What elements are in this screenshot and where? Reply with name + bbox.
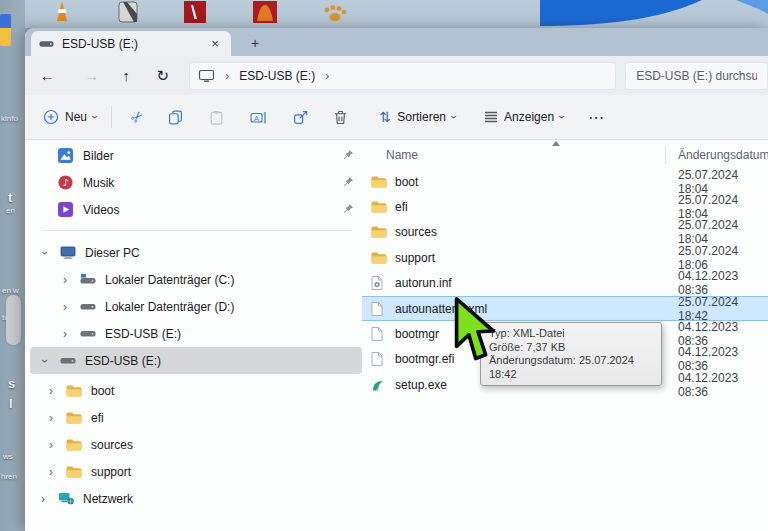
column-header-modified[interactable]: Änderungsdatum [678, 148, 768, 162]
sidebar-item-sources[interactable]: › sources [30, 431, 362, 458]
chevron-expanded-icon[interactable]: › [38, 246, 52, 260]
document-icon [371, 352, 387, 366]
column-header-name[interactable]: Name [362, 148, 418, 162]
address-bar: ← → ↑ ↻ › ESD-USB (E:) › [25, 56, 768, 95]
sidebar-item-label: efi [91, 411, 104, 425]
file-name: boot [395, 175, 418, 189]
copy-icon[interactable] [168, 110, 183, 125]
svg-text:♪: ♪ [62, 177, 68, 188]
file-row-autounattend-xml[interactable]: autounattend.xml 25.07.2024 18:42 [362, 296, 768, 321]
file-name: bootmgr.efi [395, 352, 454, 366]
drive-icon [80, 326, 97, 342]
sidebar-item-efi[interactable]: › efi [30, 404, 362, 431]
chevron-expanded-icon[interactable]: › [38, 354, 52, 368]
desktop-left-strip: kinfo t en en w tein s l ws hren [0, 0, 25, 531]
desktop-icon-label: hren [1, 472, 17, 481]
sort-button-label: Sortieren [397, 110, 446, 124]
tab-title: ESD-USB (E:) [62, 37, 138, 51]
folder-icon [66, 410, 83, 426]
vlc-icon[interactable] [54, 1, 70, 23]
pin-icon [343, 176, 354, 190]
sidebar-item-dieser-pc[interactable]: › Dieser PC [30, 239, 362, 266]
chevron-collapsed-icon[interactable]: › [58, 273, 72, 287]
navigation-pane: Bilder ♪ Musik [30, 142, 362, 512]
file-row-efi[interactable]: efi 25.07.2024 18:04 [362, 194, 768, 219]
chevron-collapsed-icon[interactable]: › [44, 438, 58, 452]
file-name: autorun.inf [395, 276, 452, 290]
file-row-boot[interactable]: boot 25.07.2024 18:04 [362, 169, 768, 194]
rename-icon[interactable]: A [250, 110, 267, 125]
file-modified-date: 04.12.2023 08:36 [678, 320, 768, 348]
sort-button[interactable]: ⇅ Sortieren › [374, 109, 462, 125]
view-button[interactable]: Anzeigen › [478, 110, 570, 124]
file-row-autorun-inf[interactable]: autorun.inf 04.12.2023 08:36 [362, 271, 768, 296]
up-button[interactable]: ↑ [112, 67, 141, 84]
chevron-collapsed-icon[interactable]: › [44, 465, 58, 479]
sidebar-item-musik[interactable]: ♪ Musik [30, 169, 362, 196]
column-headers: Name Änderungsdatum [362, 140, 768, 169]
chevron-collapsed-icon[interactable]: › [58, 300, 72, 314]
search-input[interactable] [626, 69, 767, 83]
sidebar-item-drive-e[interactable]: › ESD-USB (E:) [30, 320, 362, 347]
chevron-collapsed-icon[interactable]: › [58, 327, 72, 341]
desktop: kinfo t en en w tein s l ws hren ESD-USB… [0, 0, 768, 531]
file-name: setup.exe [395, 378, 447, 392]
paste-icon[interactable] [209, 110, 224, 125]
chevron-right-icon[interactable]: › [325, 69, 329, 83]
sidebar-item-label: Lokaler Datenträger (C:) [105, 273, 234, 287]
chevron-collapsed-icon[interactable]: › [44, 384, 58, 398]
sidebar-item-netzwerk[interactable]: › Netzwerk [30, 485, 362, 512]
sidebar-item-drive-d[interactable]: › Lokaler Datenträger (D:) [30, 293, 362, 320]
sort-arrows-icon: ⇅ [380, 109, 392, 125]
share-icon[interactable] [293, 110, 308, 125]
tab-esd-usb[interactable]: ESD-USB (E:) × [31, 31, 231, 56]
delete-icon[interactable] [334, 110, 347, 125]
desktop-icon-label: ws [3, 452, 13, 461]
drive-icon [39, 40, 54, 48]
toolbar: Neu › ✂ A [25, 95, 768, 140]
breadcrumb[interactable]: › ESD-USB (E:) › [189, 62, 616, 90]
file-row-sources[interactable]: sources 25.07.2024 18:04 [362, 220, 768, 245]
refresh-button[interactable]: ↻ [149, 67, 178, 85]
sidebar-item-esd-usb-selected[interactable]: › ESD-USB (E:) [30, 347, 362, 374]
notebook-icon[interactable] [118, 1, 138, 23]
chevron-down-icon: › [88, 115, 102, 119]
sidebar-item-videos[interactable]: Videos [30, 196, 362, 223]
sidebar-item-label: support [91, 465, 131, 479]
new-tab-button[interactable]: + [243, 32, 267, 54]
pin-icon [343, 203, 354, 217]
file-row-support[interactable]: support 25.07.2024 18:06 [362, 245, 768, 270]
svg-text:A: A [254, 113, 259, 122]
back-button[interactable]: ← [33, 67, 62, 84]
network-icon [58, 491, 75, 507]
chevron-collapsed-icon[interactable]: › [36, 492, 50, 506]
column-divider[interactable] [665, 146, 666, 164]
folder-icon [66, 464, 83, 480]
folder-icon [66, 383, 83, 399]
new-button[interactable]: Neu › [37, 109, 103, 125]
paw-icon[interactable] [322, 4, 348, 24]
forward-button[interactable]: → [78, 67, 107, 84]
sidebar-item-support[interactable]: › support [30, 458, 362, 485]
sidebar-item-drive-c[interactable]: › Lokaler Datenträger (C:) [30, 266, 362, 293]
tooltip-modified: Änderungsdatum: 25.07.2024 18:42 [489, 354, 653, 381]
sidebar-item-bilder[interactable]: Bilder [30, 142, 362, 169]
sidebar-item-label: Netzwerk [83, 492, 133, 506]
red-app-2-icon[interactable] [253, 1, 277, 23]
red-app-icon[interactable] [184, 1, 206, 23]
chevron-collapsed-icon[interactable]: › [44, 411, 58, 425]
more-options-icon[interactable]: ⋯ [588, 108, 606, 127]
desktop-icon-label: l [9, 396, 13, 411]
tab-close-icon[interactable]: × [207, 36, 223, 51]
document-icon [371, 302, 387, 316]
music-icon: ♪ [58, 175, 75, 191]
file-name: efi [395, 200, 408, 214]
desktop-app-icon[interactable] [0, 14, 11, 46]
sort-ascending-icon [552, 141, 560, 146]
sidebar-item-boot[interactable]: › boot [30, 377, 362, 404]
file-modified-date: 25.07.2024 18:42 [678, 295, 768, 323]
drive-c-icon [80, 272, 97, 288]
breadcrumb-location[interactable]: ESD-USB (E:) [239, 69, 315, 83]
plus-circle-icon [43, 109, 59, 125]
cut-icon[interactable]: ✂ [126, 106, 148, 128]
